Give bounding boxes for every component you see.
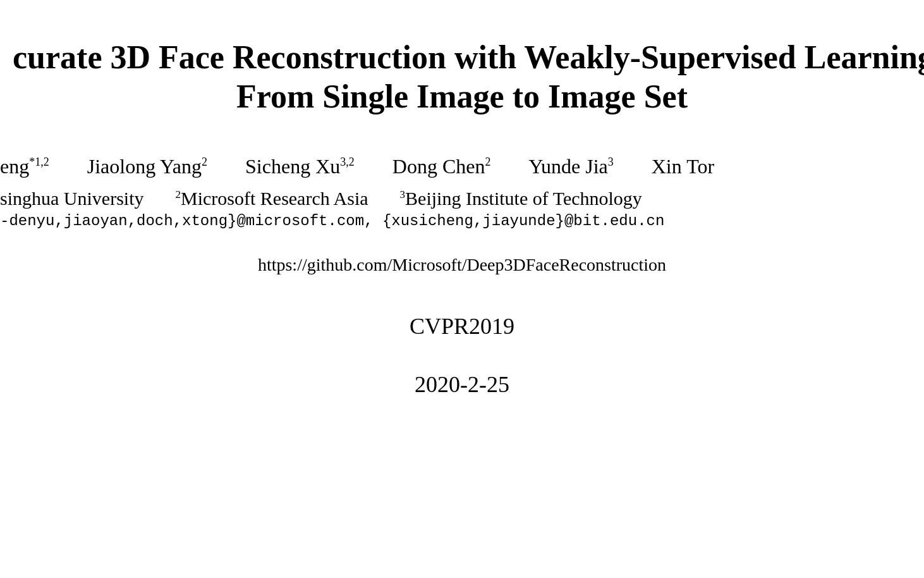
author-first: eng*1,2: [0, 155, 49, 178]
author-yunde: Yunde Jia3: [528, 155, 613, 178]
affiliation-tsinghua: singhua University: [0, 188, 143, 209]
affiliation-bit: 3Beijing Institute of Technology: [400, 188, 642, 209]
author-dong: Dong Chen2: [392, 155, 491, 178]
author-xintor: Xin Tor: [652, 155, 714, 178]
title-line1: curate 3D Face Reconstruction with Weakl…: [13, 38, 911, 77]
content-wrapper: eng*1,2 Jiaolong Yang2 Sicheng Xu3,2 Don…: [0, 149, 924, 398]
authors-row: eng*1,2 Jiaolong Yang2 Sicheng Xu3,2 Don…: [0, 149, 924, 185]
email-text: -denyu,jiaoyan,doch,xtong}@microsoft.com…: [0, 212, 664, 230]
date-text: 2020-2-25: [415, 372, 509, 397]
venue-text: CVPR2019: [410, 314, 514, 339]
author-sicheng: Sicheng Xu3,2: [245, 155, 355, 178]
title-line2: From Single Image to Image Set: [13, 77, 911, 116]
affiliation-microsoft: 2Microsoft Research Asia: [175, 188, 368, 209]
affiliations-row: singhua University 2Microsoft Research A…: [0, 185, 924, 212]
date-section: 2020-2-25: [0, 371, 924, 398]
page-container: curate 3D Face Reconstruction with Weakl…: [0, 0, 924, 578]
github-url[interactable]: https://github.com/Microsoft/Deep3DFaceR…: [258, 255, 666, 274]
title-section: curate 3D Face Reconstruction with Weakl…: [0, 38, 924, 117]
author-jiaolong: Jiaolong Yang2: [87, 155, 207, 178]
venue-section: CVPR2019: [0, 313, 924, 340]
github-link[interactable]: https://github.com/Microsoft/Deep3DFaceR…: [0, 255, 924, 275]
email-row: -denyu,jiaoyan,doch,xtong}@microsoft.com…: [0, 212, 924, 230]
